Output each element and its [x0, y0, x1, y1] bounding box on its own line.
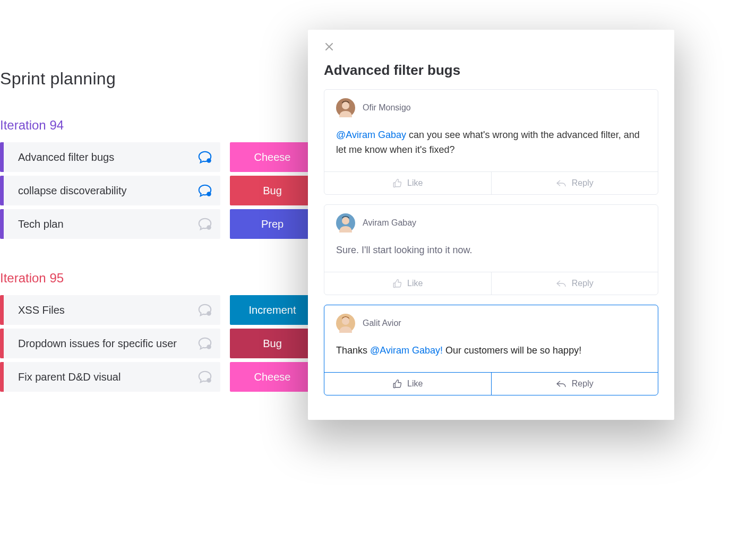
- chat-icon[interactable]: [196, 148, 214, 166]
- like-button[interactable]: Like: [324, 373, 491, 395]
- comment-body: @Aviram Gabay can you see what's wrong w…: [324, 120, 658, 171]
- avatar[interactable]: [336, 213, 355, 232]
- comment-author[interactable]: Aviram Gabay: [363, 218, 416, 228]
- svg-point-0: [207, 158, 211, 162]
- comment-author[interactable]: Ofir Monsigo: [363, 103, 411, 113]
- sprint-board: Sprint planning Iteration 94Advanced fil…: [0, 69, 319, 424]
- group-iteration-94: Iteration 94Advanced filter bugs Cheesec…: [0, 118, 319, 239]
- comment-header: Ofir Monsigo: [324, 90, 658, 120]
- svg-point-9: [342, 217, 349, 225]
- reply-button[interactable]: Reply: [491, 272, 658, 295]
- task-label: Advanced filter bugs: [0, 151, 196, 163]
- svg-point-4: [207, 344, 211, 349]
- task-cell[interactable]: Fix parent D&D visual: [0, 362, 220, 392]
- comment-actions: Like Reply: [324, 272, 658, 295]
- comment-text: Our customers will be so happy!: [443, 345, 581, 356]
- task-cell[interactable]: collapse discoverability: [0, 176, 220, 205]
- group-title[interactable]: Iteration 94: [0, 118, 319, 133]
- chat-icon[interactable]: [196, 182, 214, 200]
- task-cell[interactable]: Advanced filter bugs: [0, 142, 220, 172]
- panel-title: Advanced filter bugs: [324, 62, 658, 79]
- comment-text: Thanks: [336, 345, 370, 356]
- avatar[interactable]: [336, 314, 355, 333]
- comment: Ofir Monsigo@Aviram Gabay can you see wh…: [324, 89, 658, 195]
- chat-icon[interactable]: [196, 334, 214, 352]
- task-row[interactable]: Tech plan Prep: [0, 209, 319, 239]
- reply-label: Reply: [572, 279, 594, 288]
- svg-point-2: [207, 225, 211, 229]
- comment-header: Aviram Gabay: [324, 205, 658, 236]
- comment-author[interactable]: Galit Avior: [363, 318, 401, 328]
- task-label: XSS Files: [0, 304, 196, 316]
- mention[interactable]: @Aviram Gabay: [336, 130, 406, 140]
- chat-icon[interactable]: [196, 368, 214, 386]
- status-tag[interactable]: Increment: [230, 295, 315, 325]
- reply-button[interactable]: Reply: [491, 172, 658, 194]
- svg-point-3: [207, 311, 211, 315]
- avatar[interactable]: [336, 98, 355, 117]
- svg-point-11: [342, 317, 349, 325]
- task-label: Fix parent D&D visual: [0, 371, 196, 383]
- comment-body: Sure. I'll start looking into it now.: [324, 236, 658, 272]
- mention[interactable]: @Aviram Gabay!: [370, 345, 443, 356]
- like-button[interactable]: Like: [324, 272, 491, 295]
- task-label: Tech plan: [0, 218, 196, 230]
- chat-icon[interactable]: [196, 215, 214, 233]
- task-cell[interactable]: Dropdown issues for specific user: [0, 329, 220, 358]
- close-icon[interactable]: [324, 41, 334, 52]
- status-tag[interactable]: Bug: [230, 176, 315, 205]
- like-label: Like: [407, 178, 423, 188]
- item-panel: Advanced filter bugs Ofir Monsigo@Aviram…: [308, 30, 674, 420]
- comment: Aviram GabaySure. I'll start looking int…: [324, 204, 658, 295]
- task-label: Dropdown issues for specific user: [0, 338, 196, 350]
- like-button[interactable]: Like: [324, 172, 491, 194]
- task-row[interactable]: collapse discoverability Bug: [0, 176, 319, 205]
- comment-actions: Like Reply: [324, 372, 658, 395]
- like-label: Like: [407, 379, 423, 389]
- chat-icon[interactable]: [196, 301, 214, 319]
- comment: Galit AviorThanks @Aviram Gabay! Our cus…: [324, 305, 658, 395]
- reply-label: Reply: [572, 178, 594, 188]
- task-row[interactable]: XSS Files Increment: [0, 295, 319, 325]
- group-iteration-95: Iteration 95XSS Files IncrementDropdown …: [0, 271, 319, 392]
- svg-point-5: [207, 378, 211, 382]
- group-title[interactable]: Iteration 95: [0, 271, 319, 286]
- comment-header: Galit Avior: [324, 305, 658, 336]
- comment-body: Thanks @Aviram Gabay! Our customers will…: [324, 336, 658, 372]
- task-row[interactable]: Dropdown issues for specific user Bug: [0, 329, 319, 358]
- svg-point-7: [342, 102, 349, 109]
- reply-label: Reply: [572, 379, 594, 389]
- task-label: collapse discoverability: [0, 185, 196, 197]
- status-tag[interactable]: Cheese: [230, 362, 315, 392]
- task-row[interactable]: Advanced filter bugs Cheese: [0, 142, 319, 172]
- status-tag[interactable]: Prep: [230, 209, 315, 239]
- comment-actions: Like Reply: [324, 171, 658, 194]
- task-cell[interactable]: Tech plan: [0, 209, 220, 239]
- task-row[interactable]: Fix parent D&D visual Cheese: [0, 362, 319, 392]
- reply-button[interactable]: Reply: [491, 373, 658, 395]
- status-tag[interactable]: Bug: [230, 329, 315, 358]
- task-cell[interactable]: XSS Files: [0, 295, 220, 325]
- svg-point-1: [207, 192, 211, 196]
- status-tag[interactable]: Cheese: [230, 142, 315, 172]
- comment-text: Sure. I'll start looking into it now.: [336, 245, 472, 255]
- like-label: Like: [407, 279, 423, 288]
- board-title: Sprint planning: [0, 69, 319, 89]
